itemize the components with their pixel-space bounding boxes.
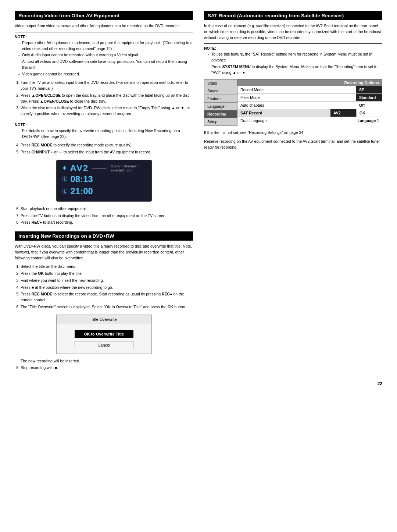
menu-row-dual-language: Dual Language Language 1 xyxy=(237,117,382,124)
clock-icon2: ① xyxy=(62,187,68,195)
channel-row2: ① 08:13 xyxy=(62,174,146,184)
section1-title: Recording Video from Other AV Equipment xyxy=(15,11,193,20)
menu-item-video[interactable]: Video xyxy=(204,79,237,87)
sat-record-ok: OK xyxy=(356,109,382,117)
filter-mode-value: Standard xyxy=(356,94,382,101)
menu-row-sat-record: SAT Record AV2 OK xyxy=(237,109,382,117)
menu-right-header: Recording Options xyxy=(237,79,382,86)
channel-time1: 08:13 xyxy=(71,174,93,184)
note2-list: For details on how to specify the overwr… xyxy=(15,128,193,140)
list-item: The "Title Overwrite" screen is displaye… xyxy=(21,304,193,310)
right-column: SAT Record (Automatic recording from Sat… xyxy=(204,11,382,374)
steps1-list: Turn the TV on and select input from the… xyxy=(15,80,193,117)
dual-language-label: Dual Language xyxy=(237,117,355,124)
list-item: The new recording will be inserted. xyxy=(21,358,193,364)
section2-intro: With DVD+RW discs, you can specify a vid… xyxy=(15,244,193,261)
channel-row3: ① 21:00 xyxy=(62,186,146,196)
list-item: To use this feature, the "SAT Record" se… xyxy=(208,52,382,63)
list-item: Press CH/INPUT + or — to select the inpu… xyxy=(21,149,193,155)
channel-row1: ✶ AV2 ———— Current channel / selected in… xyxy=(62,163,146,173)
record-mode-value: SP xyxy=(356,86,382,93)
page-container: Recording Video from Other AV Equipment … xyxy=(15,11,382,374)
menu-item-sound[interactable]: Sound xyxy=(204,87,237,95)
menu-item-setup[interactable]: Setup xyxy=(204,118,237,126)
list-item: Almost all videos and DVD software on sa… xyxy=(18,59,193,71)
channel-label: Current channel / selected input xyxy=(111,164,146,172)
right-note-list: To use this feature, the "SAT Record" se… xyxy=(204,52,382,75)
steps2-list: Press REC MODE to specify the recording … xyxy=(15,142,193,155)
filter-mode-label: Filter Mode xyxy=(237,94,356,101)
list-item: Press SYSTEM MENU to display the System … xyxy=(208,64,382,76)
menu-row-record-mode: Record Mode SP xyxy=(237,86,382,94)
title-overwrite-dialog: Title Overwrite OK to Overwrite Title Ca… xyxy=(56,315,152,354)
menu-right-panel: Recording Options Record Mode SP Filter … xyxy=(237,79,382,126)
right-note-label: NOTE: xyxy=(204,46,382,50)
cancel-button[interactable]: Cancel xyxy=(75,341,133,349)
list-item: Press ■ at the position where the new re… xyxy=(21,285,193,291)
list-item: Press REC● to start recording. xyxy=(21,220,193,226)
list-item: For details on how to specify the overwr… xyxy=(18,128,193,140)
ok-to-overwrite-button[interactable]: OK to Overwrite Title xyxy=(75,330,133,338)
list-item: Video games cannot be recorded. xyxy=(18,71,193,77)
clock-icon1: ① xyxy=(62,175,68,183)
list-item: Press REC MODE to specify the recording … xyxy=(21,142,193,148)
section1-divider2 xyxy=(15,120,193,120)
section-right-title: SAT Record (Automatic recording from Sat… xyxy=(204,11,382,20)
record-mode-label: Record Mode xyxy=(237,86,356,93)
menu-item-language[interactable]: Language xyxy=(204,103,237,110)
channel-arrow: ———— xyxy=(92,166,106,170)
right-intro: In the case of equipment (e.g. satellite… xyxy=(204,23,382,40)
steps-after: The new recording will be inserted. Stop… xyxy=(15,358,193,371)
section2-steps: Select the title on the disc menu. Press… xyxy=(15,264,193,310)
auto-chapters-label: Auto chaptars xyxy=(237,102,356,109)
note2-label: NOTE: xyxy=(15,123,193,127)
auto-chapters-value: Off xyxy=(356,102,382,109)
page-number: 22 xyxy=(15,381,382,386)
list-item: Find where you want to insert the new re… xyxy=(21,278,193,284)
menu-table: Video Sound Feature Language Recording S… xyxy=(204,79,382,126)
list-item: When the disc menu is displayed for DVD+… xyxy=(21,105,193,117)
channel-display: ✶ AV2 ———— Current channel / selected in… xyxy=(56,160,152,202)
list-item: Prepare other AV equipment in advance, a… xyxy=(18,40,193,52)
section2-title: Inserting New Recordings on a DVD+RW xyxy=(15,231,193,241)
channel-icon1: ✶ xyxy=(62,164,67,172)
menu-row-auto-chapters: Auto chaptars Off xyxy=(237,102,382,109)
list-item: Press ▲OPEN/CLOSE to open the disc tray,… xyxy=(21,93,193,104)
dialog-body: OK to Overwrite Title Cancel xyxy=(57,324,151,354)
dialog-title: Title Overwrite xyxy=(57,315,151,324)
menu-item-feature[interactable]: Feature xyxy=(204,95,237,103)
sat-record-label: SAT Record xyxy=(237,109,330,117)
list-item: Press the TV buttons to display the vide… xyxy=(21,213,193,219)
list-item: Only Audio input cannot be recorded with… xyxy=(18,52,193,58)
menu-item-recording[interactable]: Recording xyxy=(204,110,237,118)
note1-label: NOTE: xyxy=(15,35,193,39)
section1-divider xyxy=(15,32,193,32)
left-column: Recording Video from Other AV Equipment … xyxy=(15,11,193,374)
list-item: Press the OK button to play the title. xyxy=(21,271,193,277)
list-item: Select the title on the disc menu. xyxy=(21,264,193,270)
list-item: Start playback on the other equipment. xyxy=(21,206,193,212)
right-note3: Reserve recording on the AV equipment co… xyxy=(204,139,382,150)
right-note2: If this item is not set, see "Recording … xyxy=(204,130,382,136)
steps3-list: Start playback on the other equipment. P… xyxy=(15,206,193,226)
sat-record-av2: AV2 xyxy=(330,109,356,117)
list-item: Stop recording with ■. xyxy=(21,365,193,371)
note1-list: Prepare other AV equipment in advance, a… xyxy=(15,40,193,77)
list-item: Press REC MODE to select the record mode… xyxy=(21,291,193,303)
menu-left-panel: Video Sound Feature Language Recording S… xyxy=(204,79,237,126)
channel-text: AV2 xyxy=(70,163,89,173)
channel-time2: 21:00 xyxy=(71,186,93,196)
list-item: Turn the TV on and select input from the… xyxy=(21,80,193,92)
dual-language-value: Language 1 xyxy=(355,117,382,124)
menu-row-filter-mode: Filter Mode Standard xyxy=(237,94,382,102)
section1-intro: Video output from video cameras and othe… xyxy=(15,23,193,29)
right-divider xyxy=(204,43,382,44)
